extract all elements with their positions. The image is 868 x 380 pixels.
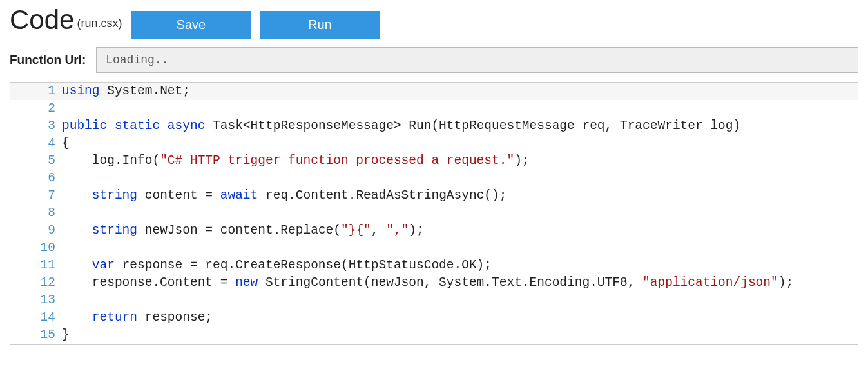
code-content[interactable]: response.Content = new StringContent(new… [62, 274, 858, 292]
code-line[interactable]: 3public static async Task<HttpResponseMe… [10, 117, 858, 135]
header: Code (run.csx) Save Run [10, 6, 858, 39]
code-content[interactable]: return response; [62, 309, 858, 326]
code-line[interactable]: 11 var response = req.CreateResponse(Htt… [10, 257, 858, 274]
code-content[interactable] [62, 239, 858, 257]
line-number: 13 [10, 292, 62, 309]
code-line[interactable]: 6 [10, 170, 858, 187]
line-number: 3 [10, 117, 62, 135]
line-number: 7 [10, 187, 62, 205]
line-number: 5 [10, 152, 62, 170]
line-number: 4 [10, 135, 62, 152]
code-content[interactable] [62, 170, 858, 187]
code-content[interactable] [62, 205, 858, 222]
code-line[interactable]: 9 string newJson = content.Replace("}{",… [10, 222, 858, 239]
line-number: 10 [10, 239, 62, 257]
code-content[interactable]: public static async Task<HttpResponseMes… [62, 117, 858, 135]
line-number: 8 [10, 205, 62, 222]
code-content[interactable]: var response = req.CreateResponse(HttpSt… [62, 257, 858, 274]
code-content[interactable]: using System.Net; [62, 83, 858, 100]
save-button[interactable]: Save [131, 11, 251, 39]
line-number: 11 [10, 257, 62, 274]
code-content[interactable] [62, 100, 858, 117]
line-number: 14 [10, 309, 62, 326]
code-line[interactable]: 5 log.Info("C# HTTP trigger function pro… [10, 152, 858, 170]
function-url-row: Function Url: [10, 47, 858, 73]
code-content[interactable] [62, 292, 858, 309]
page-title: Code [10, 6, 74, 34]
line-number: 2 [10, 100, 62, 117]
code-content[interactable]: } [62, 326, 858, 344]
code-line[interactable]: 8 [10, 205, 858, 222]
line-number: 9 [10, 222, 62, 239]
code-content[interactable]: log.Info("C# HTTP trigger function proce… [62, 152, 858, 170]
code-content[interactable]: string newJson = content.Replace("}{", "… [62, 222, 858, 239]
code-line[interactable]: 10 [10, 239, 858, 257]
code-content[interactable]: string content = await req.Content.ReadA… [62, 187, 858, 205]
run-button[interactable]: Run [260, 11, 380, 39]
function-url-input[interactable] [96, 47, 858, 73]
code-line[interactable]: 15} [10, 326, 858, 344]
code-editor[interactable]: 1using System.Net;2 3public static async… [10, 82, 858, 345]
code-line[interactable]: 1using System.Net; [10, 83, 858, 100]
code-line[interactable]: 7 string content = await req.Content.Rea… [10, 187, 858, 205]
line-number: 6 [10, 170, 62, 187]
code-line[interactable]: 13 [10, 292, 858, 309]
code-line[interactable]: 12 response.Content = new StringContent(… [10, 274, 858, 292]
code-line[interactable]: 14 return response; [10, 309, 858, 326]
code-content[interactable]: { [62, 135, 858, 152]
line-number: 12 [10, 274, 62, 292]
title-block: Code (run.csx) [10, 6, 122, 34]
code-line[interactable]: 4{ [10, 135, 858, 152]
line-number: 15 [10, 326, 62, 344]
function-url-label: Function Url: [10, 53, 86, 67]
page-subtitle: (run.csx) [77, 17, 122, 30]
code-line[interactable]: 2 [10, 100, 858, 117]
line-number: 1 [10, 83, 62, 100]
